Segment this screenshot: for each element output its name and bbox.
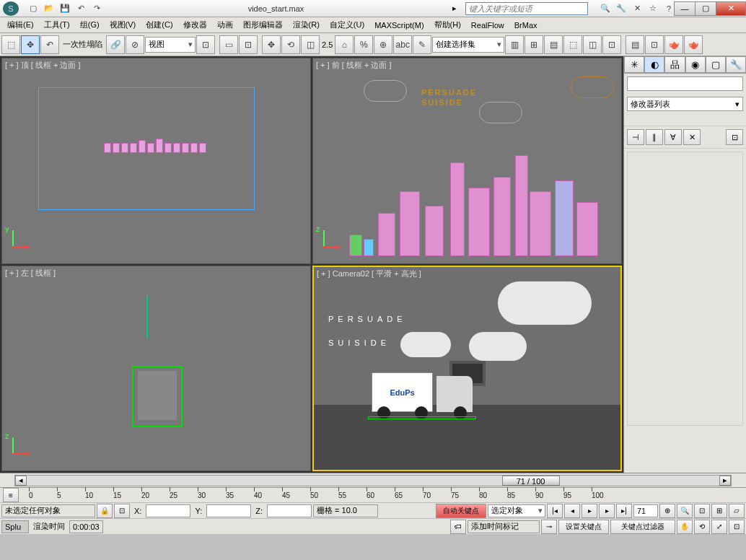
align-button[interactable]: ⊞: [525, 35, 543, 54]
viewport-front[interactable]: [ + ] 前 [ 线框 + 边面 ] PERSUADESUISIDE zx: [312, 58, 622, 264]
menu-group[interactable]: 组(G): [76, 18, 104, 32]
refcoord-dropdown[interactable]: 视图: [145, 37, 196, 53]
lock-selection-button[interactable]: 🔒: [97, 504, 113, 518]
fov-button[interactable]: ▱: [729, 504, 745, 518]
keymode-dropdown[interactable]: 选定对象: [488, 504, 545, 517]
favorite-icon[interactable]: ☆: [647, 3, 659, 14]
help-icon[interactable]: ?: [663, 3, 675, 14]
pin-stack-button[interactable]: ⊣: [627, 129, 644, 145]
select-name-button[interactable]: ⊡: [239, 35, 258, 54]
menu-edit[interactable]: 编辑(E): [3, 18, 38, 32]
time-slider-track[interactable]: ◂ 71 / 100 ▸: [14, 475, 732, 486]
modifier-list-dropdown[interactable]: 修改器列表: [627, 97, 743, 111]
render-button[interactable]: 🫖: [664, 35, 683, 54]
tab-display[interactable]: ▢: [706, 56, 726, 73]
menu-create[interactable]: 创建(C): [141, 18, 177, 32]
menu-modifiers[interactable]: 修改器: [179, 18, 211, 32]
redo-icon[interactable]: ↷: [91, 3, 102, 14]
move-gizmo-button[interactable]: ✥: [21, 35, 40, 54]
menu-grapheditors[interactable]: 图形编辑器: [239, 18, 287, 32]
undo-button[interactable]: ↶: [40, 35, 59, 54]
time-slider-row[interactable]: ◂ 71 / 100 ▸: [0, 473, 746, 488]
viewport-left-label[interactable]: [ + ] 左 [ 线框 ]: [5, 268, 56, 279]
goto-start-button[interactable]: |◂: [547, 504, 563, 518]
infocenter-arrow-icon[interactable]: ▸: [452, 4, 457, 13]
move-button[interactable]: ✥: [262, 35, 281, 54]
quickrender-button[interactable]: 🫖: [684, 35, 703, 54]
search-input[interactable]: [465, 2, 588, 15]
scroll-right-button[interactable]: ▸: [719, 476, 731, 486]
z-input[interactable]: [267, 504, 312, 517]
unlink-button[interactable]: ⊘: [126, 35, 144, 54]
scale-button[interactable]: ◫: [301, 35, 320, 54]
viewport-camera[interactable]: [ + ] Camera02 [ 平滑 + 高光 ] PERSUADESUISI…: [312, 266, 622, 472]
snap-toggle-button[interactable]: ⌂: [335, 35, 354, 54]
time-slider-thumb[interactable]: 71 / 100: [502, 476, 560, 486]
use-pivot-button[interactable]: ⊡: [196, 35, 215, 54]
minimize-button[interactable]: —: [674, 1, 695, 16]
autokey-button[interactable]: 自动关键点: [436, 504, 486, 518]
edit-selection-button[interactable]: ✎: [413, 35, 431, 54]
menu-realflow[interactable]: RealFlow: [467, 19, 509, 31]
tab-modify[interactable]: ◐: [644, 56, 664, 73]
menu-tools[interactable]: 工具(T): [40, 18, 74, 32]
open-icon[interactable]: 📂: [43, 3, 55, 14]
menu-customize[interactable]: 自定义(U): [325, 18, 369, 32]
keyfilter-button[interactable]: 关键点过滤器: [610, 520, 675, 534]
next-frame-button[interactable]: ▸: [599, 504, 615, 518]
menu-rendering[interactable]: 渲染(R): [289, 18, 324, 32]
tag-icon[interactable]: 🏷: [450, 520, 466, 534]
menu-animation[interactable]: 动画: [213, 18, 237, 32]
menu-maxscript[interactable]: MAXScript(M): [370, 19, 428, 31]
listener-mini[interactable]: Splu: [1, 520, 29, 533]
tab-create[interactable]: ✳: [624, 56, 644, 73]
link-button[interactable]: 🔗: [106, 35, 125, 54]
angle-snap-button[interactable]: %: [354, 35, 373, 54]
schematic-button[interactable]: ◫: [583, 35, 602, 54]
prev-frame-button[interactable]: ◂: [564, 504, 580, 518]
setkey-button[interactable]: 设置关键点: [558, 520, 609, 534]
maximize-button[interactable]: ▢: [695, 1, 716, 16]
menu-views[interactable]: 视图(V): [105, 18, 141, 32]
y-input[interactable]: [206, 504, 251, 517]
render-setup-button[interactable]: ▤: [626, 35, 644, 54]
viewport-top-label[interactable]: [ + ] 顶 [ 线框 + 边面 ]: [5, 60, 81, 71]
scroll-left-button[interactable]: ◂: [15, 476, 27, 486]
binoculars-icon[interactable]: 🔍: [600, 3, 611, 14]
menu-brmax[interactable]: BrMax: [510, 19, 542, 31]
goto-end-button[interactable]: ▸|: [616, 504, 632, 518]
material-editor-button[interactable]: ⊡: [602, 35, 621, 54]
spinner-snap-button[interactable]: abc: [393, 35, 412, 54]
viewport-top[interactable]: [ + ] 顶 [ 线框 + 边面 ] yx: [1, 58, 311, 264]
dolly-button[interactable]: ⤢: [711, 520, 727, 534]
viewport-left[interactable]: [ + ] 左 [ 线框 ] zy: [1, 266, 311, 472]
trackbar-toggle-button[interactable]: ≡: [3, 488, 19, 502]
percent-snap-button[interactable]: ⊕: [374, 35, 392, 54]
rotate-button[interactable]: ⟲: [281, 35, 300, 54]
play-button[interactable]: ▸: [582, 504, 597, 518]
save-icon[interactable]: 💾: [59, 3, 71, 14]
viewport-camera-label[interactable]: [ + ] Camera02 [ 平滑 + 高光 ]: [317, 268, 421, 279]
menu-help[interactable]: 帮助(H): [430, 18, 465, 32]
pan-button[interactable]: ✋: [677, 520, 693, 534]
current-frame-input[interactable]: [633, 504, 658, 517]
layers-button[interactable]: ▤: [544, 35, 563, 54]
remove-mod-button[interactable]: ✕: [683, 129, 701, 145]
select-button[interactable]: ▭: [219, 35, 238, 54]
tab-utilities[interactable]: 🔧: [726, 56, 746, 73]
zoom-all-button[interactable]: ⊡: [694, 504, 710, 518]
transform-typein-button[interactable]: ⊡: [114, 504, 130, 518]
key-icon[interactable]: 🔧: [615, 3, 627, 14]
x-input[interactable]: [146, 504, 190, 517]
show-end-button[interactable]: ∥: [646, 129, 663, 145]
add-time-tag[interactable]: 添加时间标记: [468, 520, 540, 533]
select-link-button[interactable]: ⬚: [1, 35, 20, 54]
tab-hierarchy[interactable]: 品: [664, 56, 685, 73]
maximize-viewport-button[interactable]: ⊡: [729, 520, 745, 534]
curve-editor-button[interactable]: ⬚: [563, 35, 582, 54]
mirror-button[interactable]: ▥: [505, 35, 524, 54]
configure-button[interactable]: ⊡: [726, 129, 743, 145]
subscription-icon[interactable]: ✕: [631, 3, 643, 14]
zoom-extents-button[interactable]: ⊞: [711, 504, 727, 518]
orbit-button[interactable]: ⟲: [694, 520, 710, 534]
